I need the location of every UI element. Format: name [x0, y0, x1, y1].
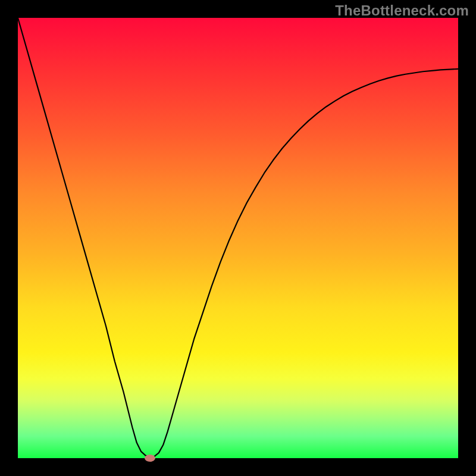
chart-frame: TheBottleneck.com [0, 0, 476, 476]
optimal-marker [145, 455, 155, 462]
bottleneck-curve [18, 18, 458, 458]
curve-svg [0, 0, 476, 476]
